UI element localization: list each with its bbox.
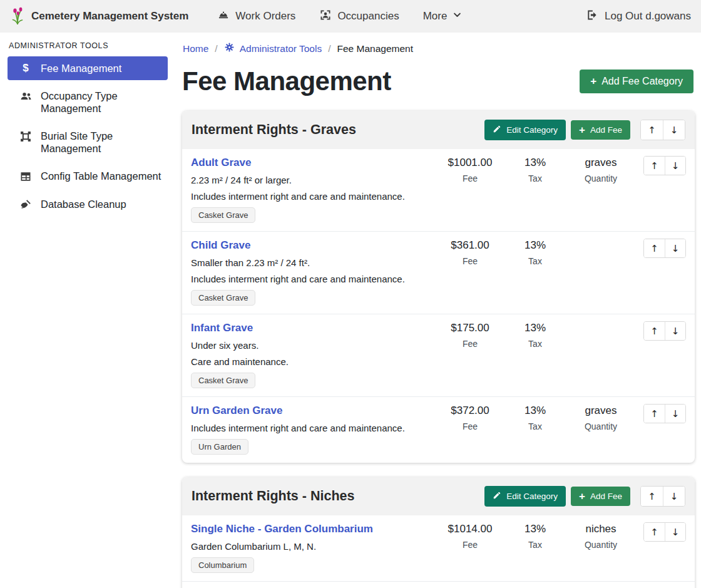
tulip-logo-icon [10, 6, 25, 27]
fee-description: Includes interment right and care and ma… [191, 423, 437, 433]
nav-item-label: Occupancies [337, 10, 399, 23]
quantity-value: graves [567, 157, 635, 169]
fee-descriptions: Garden Columbarium L, M, N. [191, 541, 437, 552]
category-body: Single Niche - Garden Columbarium Garden… [182, 515, 695, 588]
move-fee-down-button[interactable]: ↓ [665, 239, 685, 257]
arrow-down-icon: ↓ [670, 491, 678, 502]
nav-item-label: Work Orders [235, 10, 295, 23]
pencil-icon [493, 491, 501, 502]
fee-amount-label: Fee [437, 256, 503, 266]
fee-amount: $361.00 [437, 239, 503, 252]
arrow-up-icon: ↑ [650, 326, 658, 337]
hard-hat-icon [217, 9, 230, 24]
nav-item-work-orders[interactable]: Work Orders [208, 9, 304, 24]
sidebar-item-fee-management[interactable]: $ Fee Management [8, 56, 168, 80]
quantity-value: graves [567, 405, 635, 417]
logout-button[interactable]: Log Out d.gowans [586, 9, 691, 24]
nav-item-more[interactable]: More [414, 10, 471, 23]
quantity-col: graves Quantity [567, 155, 635, 183]
fee-row: Adult Grave 2.23 m² / 24 ft² or larger.I… [182, 149, 695, 232]
sidebar-item-config-table-management[interactable]: Config Table Management [8, 164, 168, 188]
page-title: Fee Management [182, 66, 391, 96]
arrow-down-icon: ↓ [672, 160, 680, 172]
fee-name-link[interactable]: Urn Garden Grave [191, 405, 282, 417]
fee-category-card: Interment Rights - Niches Edit Category … [182, 477, 695, 588]
sidebar-item-database-cleanup[interactable]: Database Cleanup [8, 192, 168, 217]
fee-descriptions: Smaller than 2.23 m² / 24 ft².Includes i… [191, 257, 437, 284]
move-fee-up-button[interactable]: ↑ [644, 239, 665, 257]
plus-icon: + [590, 77, 596, 86]
category-body: Adult Grave 2.23 m² / 24 ft² or larger.I… [182, 149, 695, 463]
fee-badge: Casket Grave [191, 207, 255, 223]
nav-item-occupancies[interactable]: Occupancies [310, 9, 407, 24]
fee-descriptions: Includes interment right and care and ma… [191, 423, 437, 433]
edit-category-button[interactable]: Edit Category [484, 120, 566, 140]
tax-label: Tax [503, 339, 567, 349]
move-category-up-button[interactable]: ↑ [641, 487, 663, 506]
tax-label: Tax [503, 540, 567, 550]
move-fee-down-button[interactable]: ↓ [665, 322, 685, 340]
move-fee-up-button[interactable]: ↑ [644, 322, 665, 340]
move-category-down-button[interactable]: ↓ [663, 487, 685, 506]
fee-reorder-controls: ↑ ↓ [643, 522, 686, 542]
logout-icon [586, 9, 598, 24]
breadcrumb-home-link[interactable]: Home [183, 43, 208, 54]
sidebar: ADMINISTRATOR TOOLS $ Fee Management Occ… [0, 33, 175, 220]
add-fee-button[interactable]: + Add Fee [571, 487, 630, 506]
dollar-icon: $ [19, 63, 33, 74]
fee-name-link[interactable]: Child Grave [191, 239, 250, 252]
fee-row: Single Niche - Garden Columbarium Garden… [182, 515, 695, 582]
fee-main: Single Niche - Garden Columbarium Garden… [191, 522, 437, 573]
breadcrumb-current: Fee Management [337, 43, 414, 54]
fee-main: Infant Grave Under six years.Care and ma… [191, 321, 437, 388]
move-category-down-button[interactable]: ↓ [663, 120, 685, 140]
fee-main: Child Grave Smaller than 2.23 m² / 24 ft… [191, 238, 437, 306]
move-fee-up-button[interactable]: ↑ [644, 157, 665, 175]
add-fee-button[interactable]: + Add Fee [571, 120, 630, 140]
breadcrumb-admin-tools-link[interactable]: Administrator Tools [224, 42, 322, 55]
move-fee-up-button[interactable]: ↑ [644, 405, 665, 423]
fee-description: 2.23 m² / 24 ft² or larger. [191, 175, 437, 185]
fee-amount: $372.00 [437, 405, 503, 417]
tax-col: 13% Tax [503, 522, 567, 550]
top-navbar: Cemetery Management System Work Orders O… [0, 0, 701, 33]
fee-description: Garden Columbarium L, M, N. [191, 541, 437, 552]
arrow-down-icon: ↓ [672, 243, 680, 254]
quantity-label: Quantity [567, 173, 635, 183]
quantity-value: niches [567, 523, 635, 535]
move-category-up-button[interactable]: ↑ [641, 120, 663, 140]
arrow-down-icon: ↓ [672, 527, 680, 538]
quantity-label: Quantity [567, 421, 635, 431]
plus-icon: + [579, 126, 585, 135]
arrow-down-icon: ↓ [672, 408, 680, 420]
tax-col: 13% Tax [503, 321, 567, 349]
arrow-up-icon: ↑ [648, 125, 656, 136]
category-reorder-controls: ↑ ↓ [640, 486, 685, 507]
fee-name-link[interactable]: Single Niche - Garden Columbarium [191, 523, 373, 535]
move-fee-down-button[interactable]: ↓ [665, 157, 685, 175]
edit-category-button[interactable]: Edit Category [484, 486, 566, 507]
arrow-up-icon: ↑ [650, 527, 658, 538]
breadcrumb-separator: / [328, 43, 330, 54]
gear-icon [224, 42, 235, 55]
fee-main: Urn Garden Grave Includes interment righ… [191, 403, 437, 455]
fee-description: Includes interment right and care and ma… [191, 191, 437, 202]
fee-amount-col: $361.00 Fee [437, 238, 503, 266]
move-fee-down-button[interactable]: ↓ [665, 523, 685, 541]
sidebar-item-label: Burial Site Type Management [41, 130, 161, 155]
tax-label: Tax [503, 421, 567, 431]
move-fee-down-button[interactable]: ↓ [665, 405, 685, 423]
add-fee-category-button[interactable]: + Add Fee Category [580, 70, 693, 93]
category-title: Interment Rights - Graves [192, 122, 479, 138]
fee-description: Care and maintenance. [191, 356, 437, 367]
fee-name-link[interactable]: Infant Grave [191, 322, 253, 334]
sidebar-item-occupancy-type-management[interactable]: Occupancy Type Management [8, 84, 168, 120]
breadcrumb: Home / [182, 41, 695, 55]
sidebar-heading: ADMINISTRATOR TOOLS [8, 40, 168, 56]
tax-col: 13% Tax [503, 238, 567, 266]
sidebar-item-burial-site-type-management[interactable]: Burial Site Type Management [8, 124, 168, 160]
table-icon [19, 170, 33, 183]
move-fee-up-button[interactable]: ↑ [644, 523, 665, 541]
fee-name-link[interactable]: Adult Grave [191, 157, 251, 169]
fee-reorder-controls: ↑ ↓ [643, 321, 686, 341]
